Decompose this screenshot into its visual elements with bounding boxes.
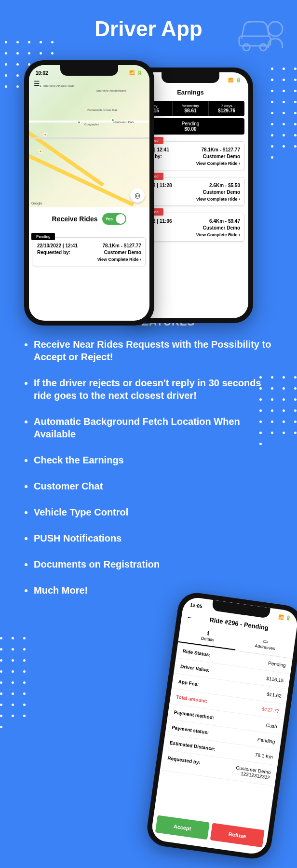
tab-7days[interactable]: 7 days$129.76 bbox=[209, 101, 244, 116]
feature-item: Receive Near Rides Requests with the Pos… bbox=[34, 338, 273, 363]
menu-icon[interactable]: ☰ bbox=[34, 80, 40, 87]
feature-item: Customer Chat bbox=[34, 480, 273, 492]
decoration-dots bbox=[0, 637, 26, 728]
ride-card[interactable]: Pending 22/10/2022 | 12:4178.1Km - $127.… bbox=[33, 237, 146, 266]
svg-point-2 bbox=[260, 44, 267, 51]
driver-car-icon bbox=[234, 10, 287, 53]
accept-button[interactable]: Accept bbox=[155, 815, 210, 840]
phone-ride-detail: 12:05📶 🔋 ← Ride #296 - Pending ℹDetails … bbox=[145, 590, 297, 861]
tab-yesterday[interactable]: Yesterday$8.61 bbox=[173, 101, 209, 116]
svg-point-3 bbox=[268, 22, 283, 36]
locate-button[interactable]: ◎ bbox=[130, 188, 145, 203]
feature-item: PUSH Notifications bbox=[34, 532, 273, 544]
feature-item: If the driver rejects or doesn't reply i… bbox=[34, 377, 273, 402]
view-ride-link[interactable]: View Complete Ride › bbox=[141, 197, 240, 202]
phone-map: 10:02📶 🔋 ☰ Shoreline Athletic Fields Sho… bbox=[24, 60, 154, 326]
decoration-dots bbox=[259, 376, 297, 445]
phone-notch bbox=[162, 72, 219, 83]
view-ride-link[interactable]: View Complete Ride › bbox=[141, 232, 240, 237]
phone-notch bbox=[60, 65, 118, 76]
decoration-dots bbox=[271, 68, 297, 159]
receive-rides-label: Receive Rides bbox=[52, 215, 98, 223]
status-badge: Pending bbox=[31, 233, 55, 240]
view-ride-link[interactable]: View Complete Ride › bbox=[37, 257, 141, 262]
feature-item: Check the Earnings bbox=[34, 454, 273, 466]
view-ride-link[interactable]: View Complete Ride › bbox=[141, 161, 240, 166]
back-icon[interactable]: ← bbox=[186, 613, 194, 622]
feature-item: Vehicle Type Control bbox=[34, 506, 273, 518]
refuse-button[interactable]: Refuse bbox=[210, 823, 265, 847]
feature-item: Documents on Registration bbox=[34, 558, 273, 570]
feature-item: Automatic Background Fetch Location When… bbox=[34, 415, 273, 440]
svg-point-1 bbox=[243, 44, 250, 51]
features-list: Receive Near Rides Requests with the Pos… bbox=[0, 328, 297, 597]
feature-item: Much More! bbox=[34, 584, 273, 597]
receive-rides-toggle[interactable]: Yes bbox=[102, 213, 126, 225]
map-view[interactable]: 10:02📶 🔋 ☰ Shoreline Athletic Fields Sho… bbox=[29, 65, 149, 207]
